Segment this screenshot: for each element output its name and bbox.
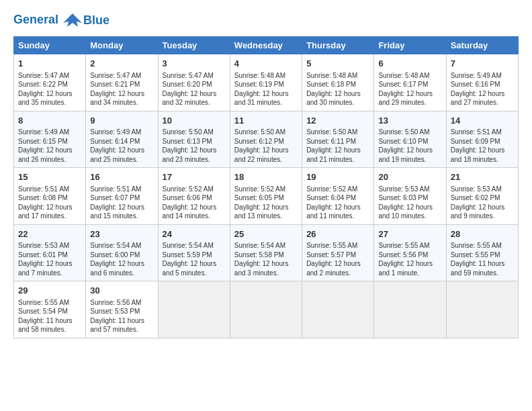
table-cell: 29Sunrise: 5:55 AMSunset: 5:54 PMDayligh…: [14, 281, 86, 338]
table-cell: 22Sunrise: 5:53 AMSunset: 6:01 PMDayligh…: [14, 224, 86, 281]
table-cell: 24Sunrise: 5:54 AMSunset: 5:59 PMDayligh…: [158, 224, 230, 281]
day-number: 15: [18, 171, 81, 183]
sunrise: Sunrise: 5:51 AM: [90, 185, 141, 193]
col-wednesday: Wednesday: [230, 37, 302, 54]
table-cell: 12Sunrise: 5:50 AMSunset: 6:11 PMDayligh…: [302, 111, 374, 168]
col-monday: Monday: [86, 37, 158, 54]
sunset: Sunset: 6:16 PM: [451, 81, 500, 88]
table-cell: 26Sunrise: 5:55 AMSunset: 5:57 PMDayligh…: [302, 224, 374, 281]
day-number: 14: [451, 115, 514, 127]
sunset: Sunset: 6:13 PM: [163, 138, 212, 145]
daylight-label: Daylight: 12 hours and 29 minutes.: [378, 90, 433, 107]
sunrise: Sunrise: 5:55 AM: [378, 242, 429, 249]
sunrise: Sunrise: 5:53 AM: [451, 185, 502, 193]
table-cell: 25Sunrise: 5:54 AMSunset: 5:58 PMDayligh…: [230, 224, 302, 281]
logo-blue: Blue: [83, 13, 109, 28]
day-number: 24: [163, 228, 226, 240]
sunset: Sunset: 6:18 PM: [306, 81, 356, 88]
daylight-label: Daylight: 12 hours and 9 minutes.: [451, 203, 505, 220]
sunrise: Sunrise: 5:50 AM: [378, 128, 429, 136]
sunset: Sunset: 6:08 PM: [18, 194, 68, 201]
day-number: 2: [90, 58, 153, 70]
daylight-label: Daylight: 12 hours and 6 minutes.: [90, 260, 144, 277]
daylight-label: Daylight: 12 hours and 30 minutes.: [306, 90, 361, 107]
daylight-label: Daylight: 12 hours and 10 minutes.: [378, 203, 433, 220]
day-number: 1: [18, 58, 81, 70]
table-cell: [302, 281, 374, 338]
sunset: Sunset: 5:55 PM: [451, 251, 500, 259]
day-number: 9: [90, 115, 153, 127]
table-cell: [446, 281, 518, 338]
table-cell: 20Sunrise: 5:53 AMSunset: 6:03 PMDayligh…: [374, 168, 446, 225]
table-cell: 6Sunrise: 5:48 AMSunset: 6:17 PMDaylight…: [374, 54, 446, 111]
sunrise: Sunrise: 5:56 AM: [90, 299, 141, 306]
col-friday: Friday: [374, 37, 446, 54]
sunrise: Sunrise: 5:49 AM: [90, 128, 141, 136]
sunset: Sunset: 6:09 PM: [451, 138, 500, 145]
sunrise: Sunrise: 5:50 AM: [234, 128, 285, 136]
day-number: 12: [306, 115, 369, 127]
day-number: 20: [378, 171, 441, 183]
col-tuesday: Tuesday: [158, 37, 230, 54]
table-cell: 23Sunrise: 5:54 AMSunset: 6:00 PMDayligh…: [86, 224, 158, 281]
sunset: Sunset: 6:22 PM: [18, 81, 68, 88]
sunset: Sunset: 6:20 PM: [163, 81, 212, 88]
logo: General Blue: [13, 11, 109, 30]
daylight-label: Daylight: 12 hours and 34 minutes.: [90, 90, 144, 107]
sunrise: Sunrise: 5:55 AM: [306, 242, 357, 249]
sunrise: Sunrise: 5:55 AM: [18, 299, 69, 306]
table-cell: 18Sunrise: 5:52 AMSunset: 6:05 PMDayligh…: [230, 168, 302, 225]
sunrise: Sunrise: 5:49 AM: [18, 128, 69, 136]
day-number: 8: [18, 115, 81, 127]
day-number: 17: [163, 171, 226, 183]
table-cell: 28Sunrise: 5:55 AMSunset: 5:55 PMDayligh…: [446, 224, 518, 281]
day-number: 6: [378, 58, 441, 70]
table-cell: 16Sunrise: 5:51 AMSunset: 6:07 PMDayligh…: [86, 168, 158, 225]
day-number: 4: [234, 58, 298, 70]
sunset: Sunset: 5:58 PM: [234, 251, 284, 259]
daylight-label: Daylight: 12 hours and 11 minutes.: [306, 203, 361, 220]
header: General Blue: [13, 11, 519, 30]
day-number: 29: [18, 285, 81, 297]
sunset: Sunset: 6:10 PM: [378, 138, 428, 145]
day-number: 21: [451, 171, 514, 183]
daylight-label: Daylight: 12 hours and 22 minutes.: [234, 146, 289, 163]
day-number: 26: [306, 228, 369, 240]
sunrise: Sunrise: 5:52 AM: [234, 185, 285, 193]
table-cell: 17Sunrise: 5:52 AMSunset: 6:06 PMDayligh…: [158, 168, 230, 225]
daylight-label: Daylight: 12 hours and 31 minutes.: [234, 90, 289, 107]
sunset: Sunset: 6:12 PM: [234, 138, 284, 145]
sunrise: Sunrise: 5:53 AM: [378, 185, 429, 193]
daylight-label: Daylight: 12 hours and 21 minutes.: [306, 146, 361, 163]
daylight-label: Daylight: 12 hours and 14 minutes.: [163, 203, 217, 220]
sunset: Sunset: 6:07 PM: [90, 194, 140, 201]
sunrise: Sunrise: 5:48 AM: [234, 72, 285, 79]
sunrise: Sunrise: 5:47 AM: [90, 72, 141, 79]
daylight-label: Daylight: 12 hours and 3 minutes.: [234, 260, 289, 277]
table-cell: 2Sunrise: 5:47 AMSunset: 6:21 PMDaylight…: [86, 54, 158, 111]
table-cell: 30Sunrise: 5:56 AMSunset: 5:53 PMDayligh…: [86, 281, 158, 338]
sunrise: Sunrise: 5:49 AM: [451, 72, 502, 79]
sunset: Sunset: 6:21 PM: [90, 81, 140, 88]
sunset: Sunset: 6:11 PM: [306, 138, 356, 145]
sunset: Sunset: 5:56 PM: [378, 251, 428, 259]
col-thursday: Thursday: [302, 37, 374, 54]
sunrise: Sunrise: 5:50 AM: [163, 128, 214, 136]
sunset: Sunset: 6:06 PM: [163, 194, 212, 201]
sunrise: Sunrise: 5:50 AM: [306, 128, 357, 136]
sunrise: Sunrise: 5:51 AM: [451, 128, 502, 136]
table-cell: 10Sunrise: 5:50 AMSunset: 6:13 PMDayligh…: [158, 111, 230, 168]
svg-marker-0: [63, 13, 82, 27]
sunset: Sunset: 6:17 PM: [378, 81, 428, 88]
sunset: Sunset: 5:54 PM: [18, 308, 68, 315]
sunset: Sunset: 6:14 PM: [90, 138, 140, 145]
sunrise: Sunrise: 5:48 AM: [306, 72, 357, 79]
daylight-label: Daylight: 12 hours and 1 minute.: [378, 260, 433, 277]
day-number: 7: [451, 58, 514, 70]
table-cell: 15Sunrise: 5:51 AMSunset: 6:08 PMDayligh…: [14, 168, 86, 225]
day-number: 22: [18, 228, 81, 240]
table-cell: 7Sunrise: 5:49 AMSunset: 6:16 PMDaylight…: [446, 54, 518, 111]
header-row: Sunday Monday Tuesday Wednesday Thursday…: [14, 37, 519, 54]
daylight-label: Daylight: 12 hours and 19 minutes.: [378, 146, 433, 163]
table-cell: 3Sunrise: 5:47 AMSunset: 6:20 PMDaylight…: [158, 54, 230, 111]
